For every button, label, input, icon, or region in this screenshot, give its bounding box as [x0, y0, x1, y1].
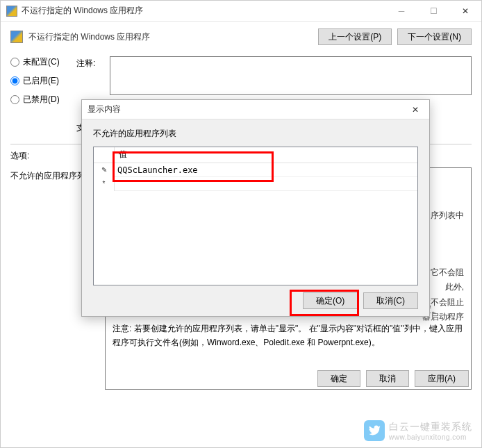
modal-titlebar: 显示内容 ✕ [82, 100, 429, 119]
page-title: 不运行指定的 Windows 应用程序 [28, 31, 313, 43]
radio-enabled[interactable]: 已启用(E) [10, 75, 76, 87]
ok-button[interactable]: 确定 [317, 370, 360, 387]
modal-subtitle: 不允许的应用程序列表 [93, 128, 418, 140]
grid-corner [94, 147, 115, 163]
new-row-icon: * [103, 180, 106, 188]
radio-not-configured[interactable]: 未配置(C) [10, 56, 76, 68]
policy-icon [10, 31, 23, 43]
grid-col-value[interactable]: 值 [115, 147, 417, 163]
radio-enabled-input[interactable] [10, 76, 19, 85]
titlebar: 不运行指定的 Windows 应用程序 ─ ☐ ✕ [1, 1, 481, 22]
comment-label: 注释: [76, 56, 110, 69]
bottom-buttons: 确定 取消 应用(A) [317, 370, 469, 387]
modal-cancel-button[interactable]: 取消(C) [363, 292, 418, 309]
grid-cell-1[interactable] [115, 183, 417, 185]
modal-ok-button[interactable]: 确定(O) [303, 292, 358, 309]
radio-disabled[interactable]: 已禁用(D) [10, 94, 76, 106]
next-setting-button[interactable]: 下一个设置(N) [397, 28, 472, 45]
window-title: 不运行指定的 Windows 应用程序 [22, 5, 385, 17]
radio-disabled-input[interactable] [10, 95, 19, 104]
value-grid[interactable]: 值 ✎ QQScLauncher.exe * [93, 147, 418, 285]
radio-disabled-label: 已禁用(D) [23, 94, 60, 106]
prev-setting-button[interactable]: 上一个设置(P) [318, 28, 392, 45]
maximize-button[interactable]: ☐ [417, 1, 449, 22]
modal-body: 不允许的应用程序列表 值 ✎ QQScLauncher.exe * 确定(O) … [82, 119, 429, 315]
help-note2: 注意: 若要创建允许的应用程序列表，请单击"显示"。 在"显示内容"对话框的"值… [113, 322, 464, 349]
cancel-button[interactable]: 取消 [366, 370, 409, 387]
window-controls: ─ ☐ ✕ [385, 1, 481, 22]
grid-header-row: 值 [94, 147, 417, 163]
show-contents-dialog: 显示内容 ✕ 不允许的应用程序列表 值 ✎ QQScLauncher.exe *… [81, 99, 430, 317]
header-row: 不运行指定的 Windows 应用程序 上一个设置(P) 下一个设置(N) [10, 28, 472, 45]
modal-close-button[interactable]: ✕ [401, 100, 429, 119]
radio-not-configured-label: 未配置(C) [23, 56, 60, 68]
grid-rowhead-0: ✎ [94, 163, 115, 177]
grid-row-1[interactable]: * [94, 177, 417, 191]
app-icon [6, 6, 17, 17]
grid-cell-0[interactable]: QQScLauncher.exe [115, 165, 417, 176]
edit-icon: ✎ [101, 166, 107, 174]
radio-group: 未配置(C) 已启用(E) 已禁用(D) [10, 56, 76, 113]
radio-not-configured-input[interactable] [10, 58, 19, 67]
minimize-button[interactable]: ─ [385, 1, 417, 22]
grid-rowhead-1: * [94, 177, 115, 191]
modal-title: 显示内容 [88, 103, 401, 115]
radio-enabled-label: 已启用(E) [23, 75, 59, 87]
modal-buttons: 确定(O) 取消(C) [93, 292, 418, 309]
grid-row-0[interactable]: ✎ QQScLauncher.exe [94, 163, 417, 177]
comment-textarea[interactable] [110, 56, 472, 95]
apply-button[interactable]: 应用(A) [415, 370, 469, 387]
close-button[interactable]: ✕ [449, 1, 481, 22]
